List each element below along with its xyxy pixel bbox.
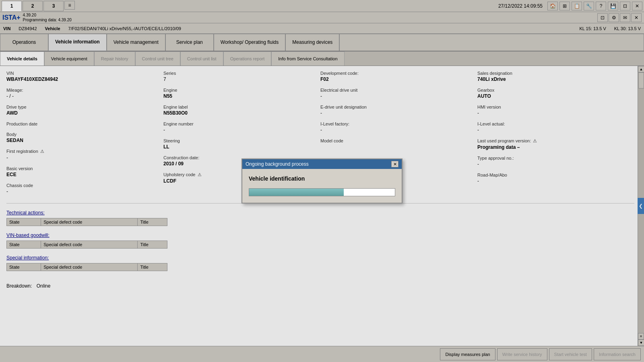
modal-dialog: Ongoing background process ✕ Vehicle ide… bbox=[242, 158, 402, 204]
progress-bar-fill bbox=[249, 189, 344, 196]
modal-overlay: Ongoing background process ✕ Vehicle ide… bbox=[0, 0, 644, 362]
modal-close-button[interactable]: ✕ bbox=[391, 161, 398, 167]
modal-title: Vehicle identification bbox=[249, 175, 395, 182]
progress-bar-container bbox=[249, 188, 395, 196]
modal-header: Ongoing background process ✕ bbox=[242, 159, 402, 169]
modal-header-text: Ongoing background process bbox=[246, 161, 309, 167]
modal-body: Vehicle identification bbox=[242, 169, 402, 203]
